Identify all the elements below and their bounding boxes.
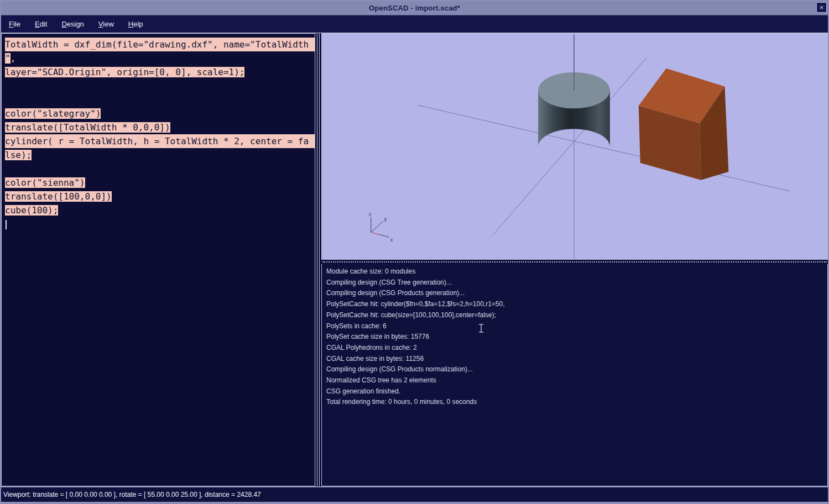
close-button[interactable]: × xyxy=(816,2,827,13)
code-text: lse); xyxy=(5,150,32,160)
console-line: Module cache size: 0 modules xyxy=(326,266,827,277)
console-line: Normalized CSG tree has 2 elements xyxy=(326,375,827,386)
console-line: CGAL cache size in bytes: 11256 xyxy=(326,354,827,365)
3d-scene: z y x xyxy=(322,34,827,259)
menu-item-view[interactable]: View xyxy=(95,18,121,30)
code-line xyxy=(5,93,315,107)
code-text: layer="SCAD.Origin", origin=[0, 0], scal… xyxy=(5,67,244,77)
code-line: ", xyxy=(5,51,315,65)
window-title: OpenSCAD - import.scad* xyxy=(369,4,460,12)
right-pane: z y x Module cache size: 0 modulesCompil… xyxy=(321,33,828,486)
code-line: TotalWidth = dxf_dim(file="drawing.dxf",… xyxy=(5,38,315,51)
code-editor[interactable]: TotalWidth = dxf_dim(file="drawing.dxf",… xyxy=(1,33,315,486)
code-line xyxy=(5,162,315,176)
code-text: , xyxy=(11,53,16,64)
menu-item-file[interactable]: File xyxy=(6,18,27,30)
code-text: translate([100,0,0]) xyxy=(5,191,112,202)
text-cursor-icon xyxy=(478,324,484,333)
code-line: layer="SCAD.Origin", origin=[0, 0], scal… xyxy=(5,65,315,79)
console-line: PolySet cache size in bytes: 15776 xyxy=(326,332,827,343)
console-line: Total rendering time: 0 hours, 0 minutes… xyxy=(326,397,827,408)
menu-item-edit[interactable]: Edit xyxy=(32,18,54,30)
z-axis-label: z xyxy=(369,212,372,217)
menu-bar: FileEditDesignViewHelp xyxy=(1,15,828,33)
code-text: " xyxy=(5,53,11,64)
text-caret xyxy=(6,220,7,229)
console-line: PolySetCache hit: cube(size=[100,100,100… xyxy=(326,310,827,321)
code-line xyxy=(5,79,315,93)
viewport-background xyxy=(322,34,827,259)
code-line: translate([100,0,0]) xyxy=(5,190,315,203)
console-line: PolySets in cache: 6 xyxy=(326,321,827,332)
menu-item-help[interactable]: Help xyxy=(125,18,150,30)
console-output[interactable]: Module cache size: 0 modulesCompiling de… xyxy=(321,264,828,486)
code-line: lse); xyxy=(5,148,315,162)
y-axis-label: y xyxy=(384,216,387,222)
console-line: Compiling design (CSG Tree generation)..… xyxy=(326,277,827,288)
code-line xyxy=(5,217,315,231)
console-line: Compiling design (CSG Products generatio… xyxy=(326,288,827,299)
console-line: Compiling design (CSG Products normaliza… xyxy=(326,364,827,375)
horizontal-splitter[interactable] xyxy=(321,260,828,264)
viewport-status-text: Viewport: translate = [ 0.00 0.00 0.00 ]… xyxy=(3,491,261,498)
code-text: TotalWidth = dxf_dim(file="drawing.dxf",… xyxy=(5,38,315,51)
code-line: color("sienna") xyxy=(5,176,315,190)
code-text: cylinder( r = TotalWidth, h = TotalWidth… xyxy=(5,134,315,148)
code-text: color("slategray") xyxy=(5,108,101,119)
x-axis-label: x xyxy=(390,237,393,243)
code-line: color("slategray") xyxy=(5,107,315,120)
console-line: CGAL Polyhedrons in cache: 2 xyxy=(326,343,827,354)
vertical-splitter[interactable] xyxy=(315,33,321,486)
console-line: PolySetCache hit: cylinder($fn=0,$fa=12,… xyxy=(326,299,827,310)
main-split: TotalWidth = dxf_dim(file="drawing.dxf",… xyxy=(1,33,828,486)
3d-viewport[interactable]: z y x xyxy=(321,33,828,260)
code-line: cube(100); xyxy=(5,203,315,217)
title-bar[interactable]: OpenSCAD - import.scad* × xyxy=(1,1,828,15)
close-icon: × xyxy=(820,4,824,11)
openscad-window: OpenSCAD - import.scad* × FileEditDesign… xyxy=(0,0,829,504)
status-bar: Viewport: translate = [ 0.00 0.00 0.00 ]… xyxy=(1,486,828,502)
code-text: color("sienna") xyxy=(5,177,85,188)
code-line: cylinder( r = TotalWidth, h = TotalWidth… xyxy=(5,134,315,148)
code-line: translate([TotalWidth * 0,0,0]) xyxy=(5,120,315,134)
console-line: CSG generation finished. xyxy=(326,386,827,397)
menu-item-design[interactable]: Design xyxy=(58,18,90,30)
code-text: cube(100); xyxy=(5,205,58,216)
code-text: translate([TotalWidth * 0,0,0]) xyxy=(5,122,170,133)
